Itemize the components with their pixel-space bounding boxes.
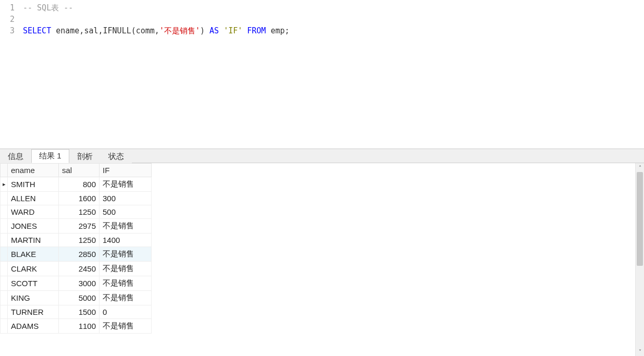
table-row[interactable]: ALLEN1600300 [1, 192, 152, 205]
cell-if[interactable]: 不是销售 [100, 247, 152, 262]
line-content[interactable]: -- SQL表 -- [23, 2, 73, 14]
code-token: '不是销售' [159, 26, 200, 35]
cell-ename[interactable]: KING [8, 291, 59, 305]
cell-if[interactable]: 1400 [100, 234, 152, 247]
column-header-if[interactable]: IF [100, 164, 152, 177]
code-token [242, 26, 247, 35]
code-token: 'IF' [224, 26, 242, 35]
cell-ename[interactable]: SCOTT [8, 276, 59, 291]
results-pane: ename sal IF ▸SMITH800不是销售ALLEN1600300WA… [0, 163, 644, 356]
cell-if[interactable]: 0 [100, 305, 152, 319]
line-number: 3 [0, 25, 23, 36]
cell-ename[interactable]: SMITH [8, 177, 59, 192]
column-header-ename[interactable]: ename [8, 164, 59, 177]
cell-sal[interactable]: 1500 [59, 305, 100, 319]
scroll-thumb[interactable] [637, 172, 643, 266]
editor-line[interactable]: 3SELECT ename,sal,IFNULL(comm,'不是销售') AS… [0, 25, 644, 36]
row-marker: ▸ [1, 177, 8, 192]
table-row[interactable]: KING5000不是销售 [1, 291, 152, 305]
table-row[interactable]: SCOTT3000不是销售 [1, 276, 152, 291]
results-table: ename sal IF ▸SMITH800不是销售ALLEN1600300WA… [0, 163, 152, 334]
cell-sal[interactable]: 5000 [59, 291, 100, 305]
cell-sal[interactable]: 800 [59, 177, 100, 192]
row-marker [1, 291, 8, 305]
tab-剖析[interactable]: 剖析 [69, 150, 101, 163]
cell-sal[interactable]: 1600 [59, 192, 100, 205]
cell-ename[interactable]: TURNER [8, 305, 59, 319]
row-marker-header [1, 164, 8, 177]
scroll-up-button[interactable]: ˄ [636, 163, 644, 172]
results-grid-container[interactable]: ename sal IF ▸SMITH800不是销售ALLEN1600300WA… [0, 163, 635, 356]
cell-ename[interactable]: CLARK [8, 262, 59, 276]
cell-sal[interactable]: 1250 [59, 205, 100, 219]
cell-sal[interactable]: 1250 [59, 234, 100, 247]
cell-sal[interactable]: 2450 [59, 262, 100, 276]
code-token: -- SQL表 -- [23, 3, 73, 13]
row-marker [1, 247, 8, 262]
cell-if[interactable]: 不是销售 [100, 319, 152, 334]
cell-ename[interactable]: BLAKE [8, 247, 59, 262]
cell-sal[interactable]: 2850 [59, 247, 100, 262]
cell-if[interactable]: 300 [100, 192, 152, 205]
table-row[interactable]: TURNER15000 [1, 305, 152, 319]
cell-sal[interactable]: 1100 [59, 319, 100, 334]
cell-if[interactable]: 不是销售 [100, 219, 152, 234]
editor-line[interactable]: 1-- SQL表 -- [0, 2, 644, 14]
cell-ename[interactable]: ALLEN [8, 192, 59, 205]
tab-信息[interactable]: 信息 [0, 150, 31, 163]
cell-if[interactable]: 不是销售 [100, 262, 152, 276]
scroll-track[interactable] [636, 172, 644, 347]
cell-sal[interactable]: 3000 [59, 276, 100, 291]
line-number: 1 [0, 2, 23, 14]
code-token: ) [200, 26, 209, 35]
table-row[interactable]: ▸SMITH800不是销售 [1, 177, 152, 192]
tab-状态[interactable]: 状态 [101, 150, 132, 163]
cell-if[interactable]: 不是销售 [100, 276, 152, 291]
table-row[interactable]: WARD1250500 [1, 205, 152, 219]
results-tabs: 信息结果 1剖析状态 [0, 149, 644, 163]
row-marker [1, 276, 8, 291]
row-marker [1, 205, 8, 219]
cell-ename[interactable]: ADAMS [8, 319, 59, 334]
table-row[interactable]: ADAMS1100不是销售 [1, 319, 152, 334]
results-tbody: ▸SMITH800不是销售ALLEN1600300WARD1250500JONE… [1, 177, 152, 334]
code-token: SELECT [23, 26, 51, 35]
code-token: AS [209, 26, 219, 35]
tab-结果 1[interactable]: 结果 1 [31, 149, 69, 163]
editor-line[interactable]: 2 [0, 14, 644, 25]
row-marker [1, 192, 8, 205]
line-content[interactable]: SELECT ename,sal,IFNULL(comm,'不是销售') AS … [23, 25, 290, 36]
code-token: ename,sal,IFNULL(comm, [51, 26, 159, 35]
table-row[interactable]: BLAKE2850不是销售 [1, 247, 152, 262]
cell-ename[interactable]: WARD [8, 205, 59, 219]
row-marker [1, 305, 8, 319]
cell-if[interactable]: 500 [100, 205, 152, 219]
column-header-sal[interactable]: sal [59, 164, 100, 177]
cell-if[interactable]: 不是销售 [100, 177, 152, 192]
code-token: emp; [266, 26, 289, 35]
scroll-down-button[interactable]: ˅ [636, 347, 644, 356]
code-token: FROM [247, 26, 266, 35]
cell-ename[interactable]: MARTIN [8, 234, 59, 247]
cell-ename[interactable]: JONES [8, 219, 59, 234]
code-token [219, 26, 224, 35]
row-marker [1, 319, 8, 334]
cell-sal[interactable]: 2975 [59, 219, 100, 234]
table-row[interactable]: JONES2975不是销售 [1, 219, 152, 234]
row-marker [1, 262, 8, 276]
table-row[interactable]: MARTIN12501400 [1, 234, 152, 247]
sql-editor[interactable]: 1-- SQL表 --23SELECT ename,sal,IFNULL(com… [0, 0, 644, 149]
cell-if[interactable]: 不是销售 [100, 291, 152, 305]
row-marker [1, 234, 8, 247]
vertical-scrollbar[interactable]: ˄ ˅ [635, 163, 644, 356]
row-marker [1, 219, 8, 234]
table-row[interactable]: CLARK2450不是销售 [1, 262, 152, 276]
line-number: 2 [0, 14, 23, 25]
